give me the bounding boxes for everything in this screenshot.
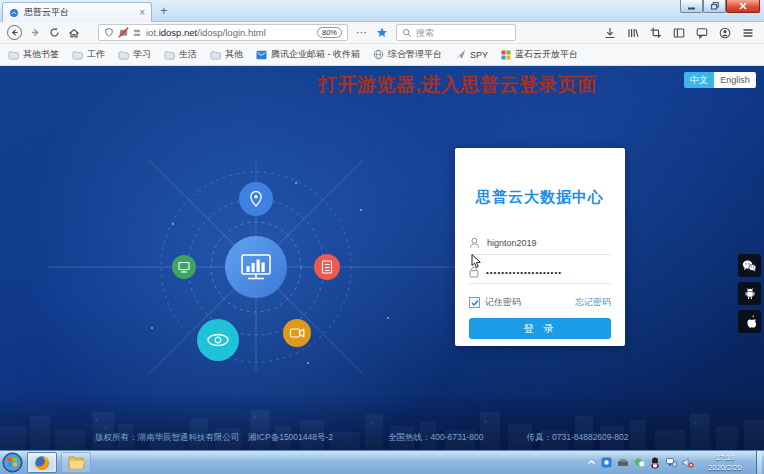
bookmark-spy[interactable]: SPY xyxy=(455,49,488,60)
search-bar[interactable] xyxy=(396,24,516,41)
bookmark-label: 生活 xyxy=(179,48,197,61)
url-domain: idosp.net xyxy=(159,27,198,38)
footer-hotline: 全国热线：400-6731-800 xyxy=(388,432,483,444)
tray-wechat-icon[interactable] xyxy=(634,457,645,468)
bookmark-work[interactable]: 工作 xyxy=(72,48,105,61)
bookmark-study[interactable]: 学习 xyxy=(118,48,151,61)
bookmark-tencent-mail[interactable]: 腾讯企业邮箱 - 收件箱 xyxy=(256,48,360,61)
apple-icon xyxy=(744,315,756,329)
apple-button[interactable] xyxy=(738,310,761,333)
tab-title: 思普云平台 xyxy=(24,6,69,19)
tray-device-icon[interactable] xyxy=(617,458,629,468)
remember-label[interactable]: 记住密码 xyxy=(485,296,521,309)
clock-date: 2020/2/20 xyxy=(699,463,751,473)
back-icon xyxy=(10,28,19,37)
tray-app-icon[interactable] xyxy=(601,457,612,468)
taskbar-explorer-button[interactable] xyxy=(61,452,91,473)
login-options: 记住密码 忘记密码 xyxy=(469,296,611,309)
search-icon xyxy=(402,28,412,38)
show-desktop-button[interactable] xyxy=(756,451,762,474)
reload-button[interactable] xyxy=(49,27,60,38)
eye-icon xyxy=(208,335,228,346)
browser-tab[interactable]: 思普云平台 × xyxy=(2,2,152,22)
bookmark-other-bookmarks[interactable]: 其他书签 xyxy=(8,48,59,61)
url-prefix: iot. xyxy=(146,27,159,38)
bookmark-life[interactable]: 生活 xyxy=(164,48,197,61)
account-icon[interactable] xyxy=(719,27,731,39)
home-button[interactable] xyxy=(68,27,80,39)
window-close-button[interactable] xyxy=(726,0,760,13)
home-icon xyxy=(68,27,80,39)
volume-muted-icon[interactable] xyxy=(682,457,694,468)
color-grid-icon xyxy=(501,50,511,60)
system-tray: 17:18 2020/2/20 xyxy=(587,451,762,474)
restore-icon xyxy=(711,2,719,10)
username-input[interactable] xyxy=(487,238,605,248)
tray-qq-icon[interactable] xyxy=(650,457,660,469)
browser-navbar: iot.idosp.net/idosp/login.html 80% ⋯ xyxy=(0,22,764,44)
bookmark-label: 学习 xyxy=(133,48,151,61)
download-icon[interactable] xyxy=(604,27,616,39)
hidden-icons-arrow[interactable] xyxy=(587,458,596,467)
document-icon xyxy=(323,261,332,273)
bottom-left-satellite xyxy=(197,319,239,361)
url-path: /idosp/login.html xyxy=(197,27,266,38)
annotation-text: 打开游览器,进入思普云登录页面 xyxy=(318,72,597,98)
globe-icon xyxy=(373,49,384,60)
chat-icon[interactable] xyxy=(696,27,708,39)
tab-close-icon[interactable]: × xyxy=(139,8,145,18)
shield-icon xyxy=(104,27,114,38)
url-bar[interactable]: iot.idosp.net/idosp/login.html 80% xyxy=(98,24,348,41)
login-button[interactable]: 登 录 xyxy=(469,318,611,339)
menu-icon[interactable] xyxy=(742,27,754,39)
page-footer: 版权所有：湖南华辰智通科技有限公司 湘ICP备15001448号-2 全国热线：… xyxy=(0,432,764,444)
permissions-icon xyxy=(133,28,142,38)
url-text: iot.idosp.net/idosp/login.html xyxy=(146,27,266,38)
search-input[interactable] xyxy=(416,28,496,38)
bookmark-misc[interactable]: 其他 xyxy=(210,48,243,61)
window-minimize-button[interactable] xyxy=(680,0,703,13)
password-field[interactable] xyxy=(469,266,611,284)
window-restore-button[interactable] xyxy=(703,0,726,13)
bookmark-label: 腾讯企业邮箱 - 收件箱 xyxy=(271,48,360,61)
explorer-folder-icon xyxy=(68,455,85,470)
bookmark-star-icon[interactable] xyxy=(376,27,388,39)
password-input[interactable] xyxy=(486,268,604,277)
username-field[interactable] xyxy=(469,237,611,255)
screen: 思普云平台 × + xyxy=(0,0,764,474)
site-favicon xyxy=(9,8,19,18)
new-tab-button[interactable]: + xyxy=(160,3,168,18)
folder-icon xyxy=(72,50,83,60)
dart-icon xyxy=(455,49,466,60)
remember-checkbox[interactable] xyxy=(469,297,480,308)
android-icon xyxy=(744,287,756,300)
taskbar: 17:18 2020/2/20 xyxy=(0,450,764,474)
lang-zh-button[interactable]: 中文 xyxy=(684,72,714,88)
folder-icon xyxy=(210,50,221,60)
taskbar-firefox-button[interactable] xyxy=(27,452,57,473)
bookmark-management-platform[interactable]: 综合管理平台 xyxy=(373,48,442,61)
lang-en-button[interactable]: English xyxy=(714,72,756,88)
folder-icon xyxy=(8,50,19,60)
forward-button[interactable] xyxy=(30,27,41,38)
bookmark-label: 工作 xyxy=(87,48,105,61)
center-circle xyxy=(225,236,287,298)
zoom-level-badge[interactable]: 80% xyxy=(317,27,342,38)
crop-icon[interactable] xyxy=(650,27,662,39)
tray-network-icon[interactable] xyxy=(665,457,677,468)
footer-fax: 传真：0731-84882609-802 xyxy=(526,432,628,444)
start-button[interactable] xyxy=(2,452,23,473)
taskbar-clock[interactable]: 17:18 2020/2/20 xyxy=(699,453,751,473)
library-icon[interactable] xyxy=(627,27,639,39)
sidebar-icon[interactable] xyxy=(673,27,685,39)
wechat-button[interactable] xyxy=(738,254,761,277)
forgot-password-link[interactable]: 忘记密码 xyxy=(575,296,611,309)
plugin-blocked-icon xyxy=(118,27,129,38)
bookmark-lanshi-cloud[interactable]: 蓝石云开放平台 xyxy=(501,48,578,61)
check-icon xyxy=(471,299,479,307)
left-satellite xyxy=(172,255,196,279)
bookmark-label: 其他书签 xyxy=(23,48,59,61)
back-button[interactable] xyxy=(7,25,22,40)
page-actions-icon[interactable]: ⋯ xyxy=(356,26,368,39)
android-button[interactable] xyxy=(738,282,761,305)
